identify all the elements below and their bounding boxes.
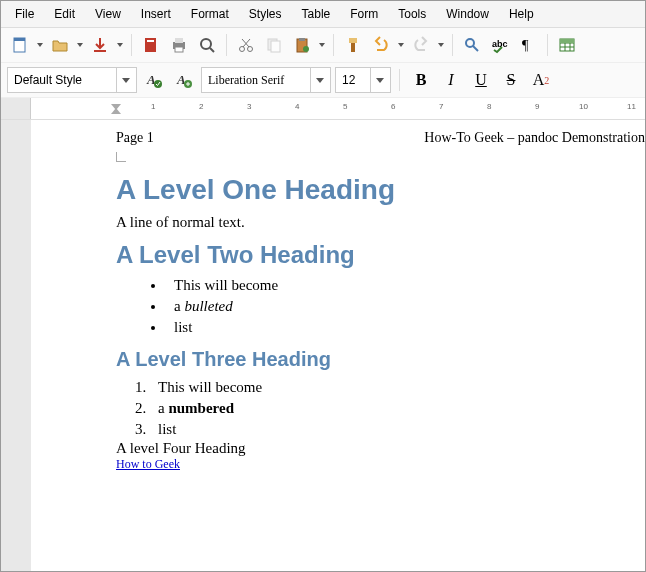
italic-button[interactable]: I (438, 67, 464, 93)
menu-view[interactable]: View (85, 3, 131, 25)
svg-rect-20 (351, 43, 355, 52)
undo-button[interactable] (368, 32, 394, 58)
ruler-tick: 9 (535, 102, 539, 111)
svg-rect-19 (349, 38, 357, 43)
spellcheck-button[interactable]: abc (487, 32, 513, 58)
redo-dropdown[interactable] (436, 32, 446, 58)
svg-point-18 (303, 46, 309, 52)
svg-rect-1 (14, 38, 25, 41)
size-combo[interactable] (335, 67, 391, 93)
paragraph[interactable]: A line of normal text. (116, 214, 645, 231)
separator (333, 34, 334, 56)
menu-insert[interactable]: Insert (131, 3, 181, 25)
heading-4-text[interactable]: A level Four Heading (116, 440, 645, 457)
workspace: Page 1 How-To Geek – pandoc Demonstratio… (1, 120, 645, 572)
ruler-scale[interactable]: 1 2 3 4 5 6 7 8 9 10 11 (31, 98, 645, 119)
style-dropdown[interactable] (116, 68, 134, 92)
save-dropdown[interactable] (115, 32, 125, 58)
style-combo[interactable] (7, 67, 137, 93)
svg-rect-15 (271, 41, 280, 52)
menu-table[interactable]: Table (292, 3, 341, 25)
list-item[interactable]: a bulleted (166, 296, 645, 317)
print-preview-button[interactable] (194, 32, 220, 58)
svg-point-21 (466, 39, 474, 47)
svg-line-13 (242, 39, 249, 47)
menu-edit[interactable]: Edit (44, 3, 85, 25)
menu-styles[interactable]: Styles (239, 3, 292, 25)
bullet-list[interactable]: This will become a bulleted list (166, 275, 645, 338)
font-input[interactable] (202, 68, 310, 92)
open-dropdown[interactable] (75, 32, 85, 58)
ruler-tick: 1 (151, 102, 155, 111)
ruler-corner (1, 98, 31, 119)
open-button[interactable] (47, 32, 73, 58)
ruler-tick: 2 (199, 102, 203, 111)
list-item[interactable]: list (150, 419, 645, 440)
svg-rect-2 (94, 50, 106, 52)
export-pdf-button[interactable] (138, 32, 164, 58)
svg-rect-6 (175, 38, 183, 43)
hyperlink[interactable]: How to Geek (116, 457, 180, 471)
list-item[interactable]: This will become (166, 275, 645, 296)
heading-2[interactable]: A Level Two Heading (116, 241, 645, 269)
clone-format-button[interactable] (340, 32, 366, 58)
menu-help[interactable]: Help (499, 3, 544, 25)
indent-marker-icon[interactable] (111, 100, 123, 116)
bold-button[interactable]: B (408, 67, 434, 93)
cut-button[interactable] (233, 32, 259, 58)
menu-file[interactable]: File (5, 3, 44, 25)
menu-form[interactable]: Form (340, 3, 388, 25)
numbered-list[interactable]: This will become a numbered list (150, 377, 645, 440)
ruler-tick: 3 (247, 102, 251, 111)
svg-text:abc: abc (492, 39, 508, 49)
ruler[interactable]: 1 2 3 4 5 6 7 8 9 10 11 (1, 98, 645, 120)
update-style-button[interactable]: A (141, 67, 167, 93)
strike-button[interactable]: S (498, 67, 524, 93)
gutter (1, 120, 31, 572)
find-replace-button[interactable] (459, 32, 485, 58)
svg-text:¶: ¶ (522, 38, 529, 53)
menu-tools[interactable]: Tools (388, 3, 436, 25)
ruler-tick: 7 (439, 102, 443, 111)
ruler-tick: 5 (343, 102, 347, 111)
list-item[interactable]: a numbered (150, 398, 645, 419)
paste-dropdown[interactable] (317, 32, 327, 58)
list-item[interactable]: list (166, 317, 645, 338)
document-body[interactable]: A Level One Heading A line of normal tex… (116, 174, 645, 472)
print-button[interactable] (166, 32, 192, 58)
formatting-marks-button[interactable]: ¶ (515, 32, 541, 58)
new-doc-dropdown[interactable] (35, 32, 45, 58)
menu-window[interactable]: Window (436, 3, 499, 25)
menu-format[interactable]: Format (181, 3, 239, 25)
size-input[interactable] (336, 68, 370, 92)
ruler-tick: 11 (627, 102, 636, 111)
svg-line-9 (210, 48, 214, 52)
svg-line-12 (243, 39, 250, 47)
new-doc-button[interactable] (7, 32, 33, 58)
new-style-button[interactable]: A (171, 67, 197, 93)
header-right: How-To Geek – pandoc Demonstration (424, 130, 645, 146)
separator (131, 34, 132, 56)
list-item[interactable]: This will become (150, 377, 645, 398)
heading-1[interactable]: A Level One Heading (116, 174, 645, 206)
svg-rect-17 (299, 38, 305, 41)
svg-point-8 (201, 39, 211, 49)
heading-3[interactable]: A Level Three Heading (116, 348, 645, 371)
underline-button[interactable]: U (468, 67, 494, 93)
separator (452, 34, 453, 56)
undo-dropdown[interactable] (396, 32, 406, 58)
save-button[interactable] (87, 32, 113, 58)
insert-table-button[interactable] (554, 32, 580, 58)
separator (547, 34, 548, 56)
standard-toolbar: abc ¶ (1, 28, 645, 63)
style-input[interactable] (8, 68, 116, 92)
font-combo[interactable] (201, 67, 331, 93)
size-dropdown[interactable] (370, 68, 388, 92)
document-page[interactable]: Page 1 How-To Geek – pandoc Demonstratio… (31, 120, 645, 572)
redo-button[interactable] (408, 32, 434, 58)
copy-button[interactable] (261, 32, 287, 58)
superscript-button[interactable]: A2 (528, 67, 554, 93)
font-dropdown[interactable] (310, 68, 328, 92)
header-left: Page 1 (116, 130, 154, 146)
paste-button[interactable] (289, 32, 315, 58)
